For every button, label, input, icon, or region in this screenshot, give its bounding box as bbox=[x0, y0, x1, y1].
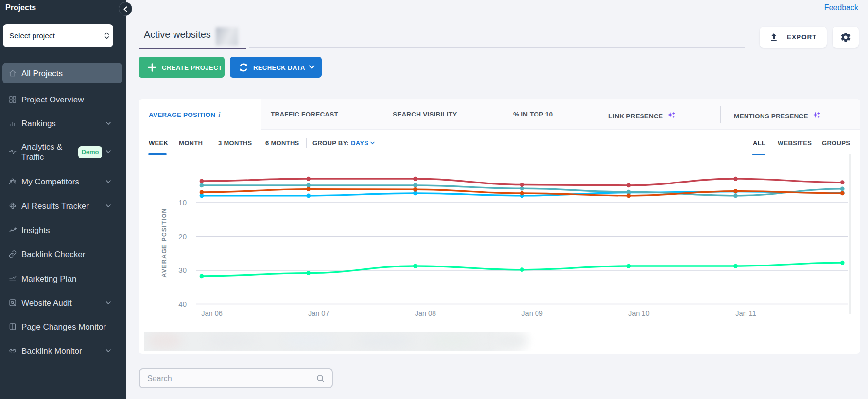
sidebar-item-ai-results-tracker[interactable]: AI Results Tracker bbox=[2, 195, 122, 216]
chevron-down-icon bbox=[105, 179, 111, 184]
tab-separator bbox=[504, 106, 504, 123]
app-root: Projects Select project All ProjectsProj… bbox=[0, 0, 868, 399]
select-updown-icon bbox=[104, 31, 110, 40]
project-select[interactable]: Select project bbox=[3, 24, 113, 47]
sidebar-item-all-projects[interactable]: All Projects bbox=[2, 63, 122, 83]
chevron-down-icon bbox=[105, 203, 111, 209]
create-project-label: CREATE PROJECT bbox=[162, 64, 223, 71]
svg-text:Jan 08: Jan 08 bbox=[415, 309, 436, 317]
sidebar-collapse-button[interactable] bbox=[119, 2, 132, 16]
settings-button[interactable] bbox=[833, 27, 859, 48]
sidebar-item-my-competitors[interactable]: My Competitors bbox=[2, 171, 122, 192]
chevron-down-icon bbox=[105, 120, 111, 126]
create-project-button[interactable]: CREATE PROJECT bbox=[139, 57, 225, 78]
audit-icon bbox=[8, 299, 17, 307]
recheck-data-button[interactable]: RECHECK DATA bbox=[230, 57, 322, 78]
group-by[interactable]: GROUP BY: DAYS bbox=[312, 139, 375, 147]
range-6-months[interactable]: 6 MONTHS bbox=[265, 139, 299, 147]
sidebar-item-marketing-plan[interactable]: Marketing Plan bbox=[2, 268, 122, 289]
project-select-label: Select project bbox=[9, 32, 55, 40]
chevron-down-icon bbox=[105, 149, 111, 155]
sidebar-item-label: Marketing Plan bbox=[21, 273, 76, 283]
active-websites-underline bbox=[139, 48, 246, 49]
range-3-months[interactable]: 3 MONTHS bbox=[218, 139, 252, 147]
active-scope-underline bbox=[752, 154, 765, 155]
svg-text:AVERAGE POSITION: AVERAGE POSITION bbox=[161, 208, 168, 277]
search-box bbox=[139, 368, 333, 388]
sidebar-item-label: Analytics &Traffic bbox=[21, 142, 80, 162]
activity-icon bbox=[8, 148, 17, 156]
feedback-link[interactable]: Feedback bbox=[824, 3, 858, 12]
tab-traffic-forecast[interactable]: TRAFFIC FORECAST bbox=[271, 111, 338, 118]
grid-icon bbox=[8, 95, 17, 104]
plus-icon bbox=[147, 63, 157, 72]
chart-right-divider bbox=[849, 154, 851, 314]
sparkle-icon bbox=[812, 111, 821, 119]
recheck-chevron-icon bbox=[309, 65, 315, 69]
svg-text:20: 20 bbox=[178, 233, 187, 241]
sidebar: Projects Select project All ProjectsProj… bbox=[0, 0, 126, 399]
scope-websites[interactable]: WEBSITES bbox=[778, 139, 812, 147]
sidebar-item-label: Project Overview bbox=[21, 94, 84, 104]
export-button[interactable]: EXPORT bbox=[760, 27, 827, 48]
search-input[interactable] bbox=[147, 371, 308, 386]
sidebar-title: Projects bbox=[5, 3, 36, 12]
tab-separator bbox=[384, 106, 384, 123]
sidebar-item-label: Backlink Checker bbox=[21, 249, 85, 259]
tab-average-position[interactable]: AVERAGE POSITIONi bbox=[149, 111, 221, 119]
sidebar-item-insights[interactable]: Insights bbox=[2, 219, 122, 240]
header-divider bbox=[249, 47, 745, 48]
sidebar-item-label: Website Audit bbox=[21, 298, 72, 308]
svg-text:Jan 09: Jan 09 bbox=[521, 309, 543, 317]
svg-text:40: 40 bbox=[178, 300, 187, 308]
svg-text:10: 10 bbox=[178, 199, 187, 207]
svg-text:Jan 11: Jan 11 bbox=[735, 309, 756, 317]
range-week[interactable]: WEEK bbox=[149, 139, 168, 147]
sidebar-item-backlink-checker[interactable]: Backlink Checker bbox=[2, 244, 122, 265]
refresh-icon bbox=[238, 62, 249, 73]
sidebar-item-project-overview[interactable]: Project Overview bbox=[2, 89, 122, 110]
bar-chart-icon bbox=[8, 119, 17, 128]
scope-groups[interactable]: GROUPS bbox=[822, 139, 850, 147]
tab-separator bbox=[720, 106, 721, 123]
group-by-label: GROUP BY: bbox=[312, 139, 349, 147]
tab-link-presence[interactable]: LINK PRESENCE bbox=[608, 111, 676, 120]
sidebar-item-label: All Projects bbox=[21, 68, 63, 78]
metrics-card: AVERAGE POSITIONiTRAFFIC FORECASTSEARCH … bbox=[139, 99, 860, 354]
scope-all[interactable]: ALL bbox=[753, 139, 765, 147]
sidebar-item-label: AI Results Tracker bbox=[21, 200, 89, 211]
svg-text:Jan 10: Jan 10 bbox=[628, 309, 650, 317]
tab-search-visibility[interactable]: SEARCH VISIBILITY bbox=[393, 111, 457, 118]
range-month[interactable]: MONTH bbox=[179, 139, 203, 147]
sidebar-item-rankings[interactable]: Rankings bbox=[2, 113, 122, 133]
chevron-down-icon bbox=[105, 348, 111, 354]
tab--in-top-10[interactable]: % IN TOP 10 bbox=[513, 111, 553, 118]
group-by-chevron-icon bbox=[370, 141, 375, 145]
link-monitor-icon bbox=[8, 347, 17, 355]
svg-text:Jan 06: Jan 06 bbox=[201, 309, 223, 317]
sidebar-item-label: Insights bbox=[21, 225, 50, 235]
upload-icon bbox=[769, 32, 779, 42]
svg-text:30: 30 bbox=[178, 266, 187, 274]
sidebar-item-label: My Competitors bbox=[21, 176, 79, 186]
sidebar-item-label: Rankings bbox=[21, 118, 56, 128]
legend-blur-strip bbox=[144, 332, 536, 351]
filter-divider bbox=[306, 138, 307, 148]
sidebar-item-analytics-traffic[interactable]: Analytics &TrafficDemo bbox=[2, 137, 122, 167]
sidebar-item-backlink-monitor[interactable]: Backlink Monitor bbox=[2, 340, 122, 361]
ai-icon bbox=[8, 201, 17, 210]
tab-separator bbox=[599, 106, 599, 123]
group-by-value[interactable]: DAYS bbox=[351, 139, 368, 147]
sidebar-item-label: Page Changes Monitor bbox=[21, 321, 106, 332]
sidebar-item-website-audit[interactable]: Website Audit bbox=[2, 292, 122, 313]
chevron-down-icon bbox=[105, 300, 111, 306]
demo-badge: Demo bbox=[78, 146, 102, 158]
active-websites-tab[interactable]: Active websites bbox=[144, 29, 211, 40]
active-range-underline bbox=[148, 153, 167, 155]
recheck-data-label: RECHECK DATA bbox=[253, 64, 305, 71]
average-position-chart: 10203040Jan 06Jan 07Jan 08Jan 09Jan 10Ja… bbox=[139, 99, 860, 354]
svg-text:Jan 07: Jan 07 bbox=[308, 309, 330, 317]
tab-mentions-presence[interactable]: MENTIONS PRESENCE bbox=[734, 111, 821, 120]
export-label: EXPORT bbox=[787, 33, 817, 41]
sidebar-item-page-changes-monitor[interactable]: Page Changes Monitor bbox=[2, 316, 122, 337]
